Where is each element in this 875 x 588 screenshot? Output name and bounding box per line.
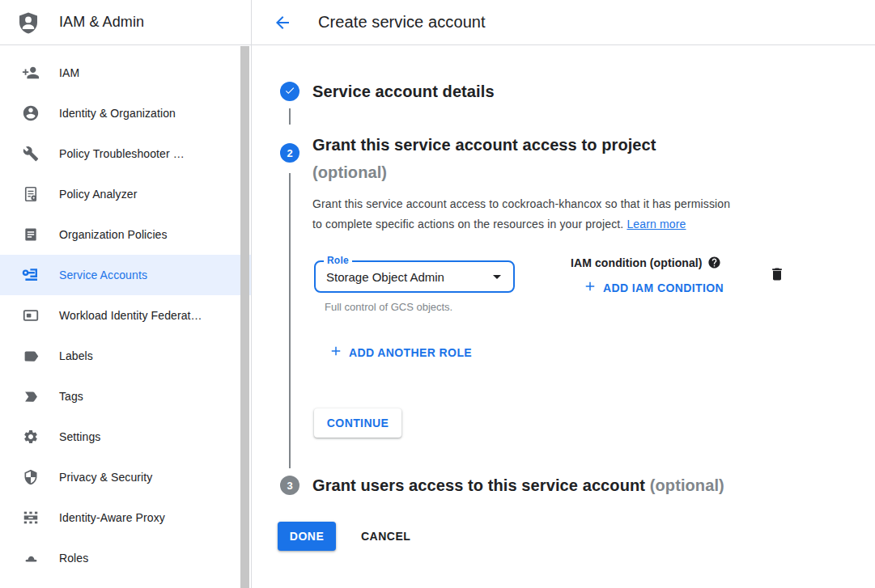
sidebar-item-policy-troubleshooter[interactable]: Policy Troubleshooter … [0, 133, 251, 174]
add-iam-condition-button[interactable]: ADD IAM CONDITION [583, 279, 724, 296]
step2-number-badge: 2 [280, 143, 299, 163]
plus-icon [329, 344, 343, 361]
shield-half-icon [22, 468, 40, 486]
learn-more-link[interactable]: Learn more [627, 218, 686, 231]
step3-title: Grant users access to this service accou… [312, 474, 724, 497]
sidebar-item-label: Labels [59, 349, 93, 362]
role-column: Role Storage Object Admin Full control o… [312, 260, 515, 313]
sidebar-item-label: Policy Analyzer [59, 188, 137, 201]
step2-description: Grant this service account access to coc… [312, 194, 730, 235]
document-lines-icon [22, 226, 40, 243]
iam-admin-shield-icon [17, 11, 40, 34]
step2-section: 2 Grant this service account access to p… [280, 131, 875, 472]
policy-analyzer-document-icon [22, 185, 40, 203]
step-connector-line [289, 173, 291, 468]
sidebar-item-identity-aware-proxy[interactable]: Identity-Aware Proxy [0, 497, 251, 538]
sidebar-item-settings[interactable]: Settings [0, 417, 251, 457]
sidebar-scrollbar[interactable] [240, 46, 249, 588]
role-field-value: Storage Object Admin [326, 270, 487, 284]
sidebar-item-label: Settings [59, 430, 100, 443]
trash-icon [769, 266, 785, 285]
proxy-frame-icon [22, 509, 40, 527]
step3-header[interactable]: 3 Grant users access to this service acc… [280, 474, 875, 497]
sidebar: IAM & Admin IAM Identity & Organization [0, 0, 252, 588]
hat-icon [22, 549, 40, 567]
arrow-drop-down-icon [487, 267, 507, 286]
delete-role-button[interactable] [769, 266, 785, 285]
form-footer: DONE CANCEL [278, 522, 875, 551]
app-window: IAM & Admin IAM Identity & Organization [0, 0, 875, 588]
main-panel: Create service account Service account d… [252, 0, 875, 588]
role-row: Role Storage Object Admin Full control o… [312, 260, 730, 313]
iam-condition-label: IAM condition (optional) [571, 256, 703, 269]
account-circle-icon [22, 104, 40, 122]
continue-button[interactable]: CONTINUE [314, 408, 401, 438]
sidebar-item-organization-policies[interactable]: Organization Policies [0, 214, 251, 255]
sidebar-item-service-accounts[interactable]: Service Accounts [0, 255, 251, 295]
tag-arrow-icon [22, 387, 40, 405]
step1-title: Service account details [312, 81, 495, 102]
step1-header[interactable]: Service account details [280, 81, 875, 102]
identity-card-icon [22, 307, 40, 324]
wrench-icon [22, 145, 40, 163]
sidebar-item-label: Service Accounts [59, 269, 147, 281]
sidebar-item-privacy-security[interactable]: Privacy & Security [0, 457, 251, 497]
service-account-key-icon [22, 266, 40, 284]
person-add-icon [22, 64, 40, 82]
sidebar-item-label: Roles [59, 552, 88, 565]
create-service-account-form: Service account details 2 Grant this ser… [252, 45, 875, 551]
sidebar-item-label: Organization Policies [59, 228, 168, 241]
role-field-label: Role [324, 255, 352, 266]
role-helper-text: Full control of GCS objects. [325, 301, 515, 313]
sidebar-item-label: Workload Identity Federat… [59, 309, 202, 322]
step2-title: Grant this service account access to pro… [312, 131, 730, 186]
sidebar-item-label: Privacy & Security [59, 471, 152, 484]
plus-icon [583, 279, 597, 296]
sidebar-item-workload-identity-federation[interactable]: Workload Identity Federat… [0, 295, 251, 336]
page-header: Create service account [252, 0, 875, 45]
step2-body: Grant this service account access to pro… [312, 131, 730, 472]
cancel-button[interactable]: CANCEL [361, 530, 410, 543]
page-title: Create service account [318, 13, 486, 32]
check-icon [284, 85, 295, 99]
sidebar-item-tags[interactable]: Tags [0, 376, 251, 417]
sidebar-item-label: Policy Troubleshooter … [59, 147, 185, 160]
step2-title-optional: (optional) [312, 163, 387, 181]
product-title: IAM & Admin [59, 14, 144, 31]
step1-complete-badge [280, 82, 299, 101]
step3-number-badge: 3 [280, 476, 299, 495]
iam-condition-column: IAM condition (optional) ADD IAM CONDITI… [571, 256, 724, 296]
sidebar-item-iam[interactable]: IAM [0, 53, 251, 93]
sidebar-item-policy-analyzer[interactable]: Policy Analyzer [0, 174, 251, 214]
step3-title-optional: (optional) [650, 476, 724, 494]
sidebar-item-labels[interactable]: Labels [0, 336, 251, 376]
sidebar-item-label: Identity-Aware Proxy [59, 511, 165, 524]
done-button[interactable]: DONE [278, 522, 336, 551]
role-select[interactable]: Role Storage Object Admin [314, 260, 515, 293]
label-icon [22, 347, 40, 365]
sidebar-item-label: IAM [59, 66, 79, 79]
help-icon[interactable] [707, 256, 721, 269]
gear-icon [22, 428, 40, 446]
step-connector-line [289, 108, 291, 125]
sidebar-header: IAM & Admin [0, 0, 251, 45]
sidebar-nav: IAM Identity & Organization Policy Troub… [0, 45, 251, 578]
back-button[interactable] [273, 13, 292, 32]
add-another-role-button[interactable]: ADD ANOTHER ROLE [329, 344, 472, 361]
sidebar-item-identity-organization[interactable]: Identity & Organization [0, 93, 251, 133]
iam-condition-label-row: IAM condition (optional) [571, 256, 724, 269]
sidebar-item-label: Tags [59, 390, 83, 403]
arrow-back-icon [273, 13, 292, 32]
sidebar-item-label: Identity & Organization [59, 107, 176, 120]
sidebar-item-roles[interactable]: Roles [0, 538, 251, 578]
